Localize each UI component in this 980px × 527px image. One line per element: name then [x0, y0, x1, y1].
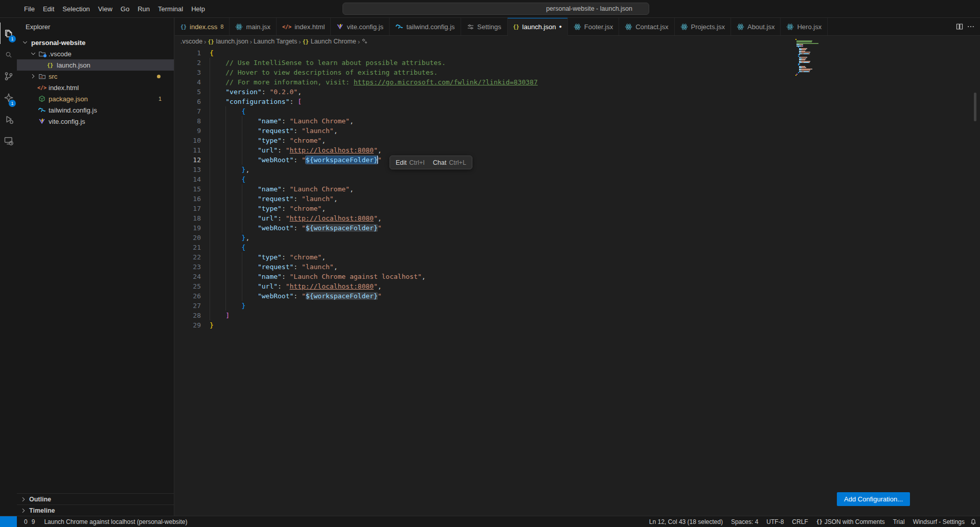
activity-search-icon[interactable] [0, 44, 17, 65]
code-line-5[interactable]: 5"version": "0.2.0", [175, 87, 980, 97]
restore-button[interactable] [937, 0, 959, 18]
problems-indicator[interactable]: 0 9 [19, 516, 38, 527]
debug-launch-status[interactable]: Launch Chrome against localhost (persona… [39, 516, 190, 527]
menu-file[interactable]: File [20, 3, 39, 15]
code-line-19[interactable]: 19"webRoot": "${workspaceFolder}" [175, 223, 980, 233]
tree-item-tailwind-config-js[interactable]: tailwind.config.js [17, 104, 174, 116]
add-configuration-button[interactable]: Add Configuration... [837, 492, 910, 506]
line-number[interactable]: 24 [175, 272, 201, 281]
tree-item-launch-json[interactable]: {}launch.json [17, 59, 174, 71]
section-outline[interactable]: Outline [17, 493, 174, 504]
menu-edit[interactable]: Edit [39, 3, 58, 15]
line-number[interactable]: 27 [175, 301, 201, 311]
line-number[interactable]: 5 [175, 87, 201, 97]
toggle-panel-icon[interactable] [854, 3, 868, 16]
tab-tailwind-config-js[interactable]: tailwind.config.js [390, 18, 461, 35]
tab-settings[interactable]: Settings [461, 18, 508, 35]
line-number[interactable]: 8 [175, 116, 201, 126]
code-line-24[interactable]: 24"name": "Launch Chrome against localho… [175, 272, 980, 281]
tab-launch-json[interactable]: {}launch.json● [508, 18, 568, 36]
line-number[interactable]: 28 [175, 311, 201, 320]
account-icon[interactable] [900, 3, 914, 16]
line-number[interactable]: 14 [175, 174, 201, 184]
line-number[interactable]: 29 [175, 320, 201, 330]
menu-run[interactable]: Run [133, 3, 154, 15]
tab-hero-jsx[interactable]: Hero.jsx [781, 18, 828, 35]
line-number[interactable]: 15 [175, 184, 201, 194]
breadcrumb-item[interactable]: Launch Targets [254, 38, 297, 45]
code-line-9[interactable]: 9"request": "launch", [175, 126, 980, 136]
code-line-1[interactable]: 1{ [175, 48, 980, 58]
line-number[interactable]: 6 [175, 97, 201, 106]
settings-gear-icon[interactable] [885, 3, 898, 16]
menu-view[interactable]: View [94, 3, 117, 15]
explorer-more-actions-icon[interactable] [157, 21, 169, 33]
section-timeline[interactable]: Timeline [17, 504, 174, 516]
activity-remote-explorer-icon[interactable] [0, 130, 17, 151]
code-line-3[interactable]: 3// Hover to view descriptions of existi… [175, 68, 980, 77]
line-number[interactable]: 22 [175, 252, 201, 262]
line-number[interactable]: 10 [175, 136, 201, 145]
tree-item-vite-config-js[interactable]: vite.config.js [17, 116, 174, 127]
code-line-28[interactable]: 28] [175, 311, 980, 320]
code-line-29[interactable]: 29} [175, 320, 980, 330]
line-number[interactable]: 4 [175, 77, 201, 87]
activity-windsurf-plugins-icon[interactable]: 1 [0, 87, 17, 108]
tree-item-package-json[interactable]: package.json1 [17, 93, 174, 104]
code-line-7[interactable]: 7{ [175, 106, 980, 116]
line-number[interactable]: 2 [175, 58, 201, 68]
minimize-button[interactable] [916, 0, 937, 18]
activity-source-control-icon[interactable] [0, 65, 17, 87]
code-line-4[interactable]: 4// For more information, visit: https:/… [175, 77, 980, 87]
code-line-26[interactable]: 26"webRoot": "${workspaceFolder}" [175, 291, 980, 301]
status-spaces-4[interactable]: Spaces: 4 [728, 516, 761, 527]
code-line-6[interactable]: 6"configurations": [ [175, 97, 980, 106]
command-center[interactable]: personal-website - launch.json [343, 3, 649, 15]
line-number[interactable]: 1 [175, 48, 201, 58]
code-line-18[interactable]: 18"url": "http://localhost:8080", [175, 213, 980, 223]
line-number[interactable]: 12 [175, 155, 201, 165]
toggle-secondary-sidebar-icon[interactable] [870, 3, 883, 16]
code-line-23[interactable]: 23"request": "launch", [175, 262, 980, 272]
status-crlf[interactable]: CRLF [789, 516, 811, 527]
line-number[interactable]: 13 [175, 165, 201, 174]
breadcrumb-item[interactable]: {}launch.json [208, 38, 248, 45]
tree-item-personal-website[interactable]: personal-website [17, 37, 174, 48]
code-line-2[interactable]: 2// Use IntelliSense to learn about poss… [175, 58, 980, 68]
tab-about-jsx[interactable]: About.jsx [731, 18, 781, 35]
forward-button[interactable] [325, 3, 336, 14]
menu-terminal[interactable]: Terminal [154, 3, 187, 15]
code-line-13[interactable]: 13}, [175, 165, 980, 174]
status-ln-12-col-43-18-selected[interactable]: Ln 12, Col 43 (18 selected) [646, 516, 726, 527]
status-utf-8[interactable]: UTF-8 [763, 516, 787, 527]
line-number[interactable]: 7 [175, 106, 201, 116]
tree-item-src[interactable]: src [17, 71, 174, 82]
activity-run-debug-icon[interactable] [0, 108, 17, 130]
status-trial[interactable]: Trial [890, 516, 908, 527]
line-number[interactable]: 9 [175, 126, 201, 136]
line-number[interactable]: 3 [175, 68, 201, 77]
code-line-27[interactable]: 27} [175, 301, 980, 311]
menu-go[interactable]: Go [117, 3, 133, 15]
code-line-22[interactable]: 22"type": "chrome", [175, 252, 980, 262]
tab-contact-jsx[interactable]: Contact.jsx [619, 18, 674, 35]
close-button[interactable] [959, 0, 980, 18]
status-windsurf-settings[interactable]: Windsurf - Settings [910, 516, 968, 527]
code-line-17[interactable]: 17"type": "chrome", [175, 204, 980, 213]
tab-index-css[interactable]: {}index.css8 [175, 18, 230, 35]
line-number[interactable]: 26 [175, 291, 201, 301]
minimap[interactable] [795, 39, 823, 76]
line-number[interactable]: 11 [175, 145, 201, 155]
line-number[interactable]: 17 [175, 204, 201, 213]
line-number[interactable]: 19 [175, 223, 201, 233]
remote-indicator[interactable] [0, 516, 17, 527]
back-button[interactable] [312, 3, 323, 14]
notifications-bell-icon[interactable] [970, 518, 977, 525]
line-number[interactable]: 25 [175, 281, 201, 291]
code-line-12[interactable]: 12"webRoot": "${workspaceFolder}" [175, 155, 980, 165]
activity-explorer-icon[interactable]: 1 [0, 23, 17, 44]
code-line-8[interactable]: 8"name": "Launch Chrome", [175, 116, 980, 126]
tab-vite-config-js[interactable]: vite.config.js [331, 18, 390, 35]
chat-button[interactable]: ChatCtrl+L [433, 159, 466, 166]
breadcrumb-item[interactable] [361, 38, 368, 46]
